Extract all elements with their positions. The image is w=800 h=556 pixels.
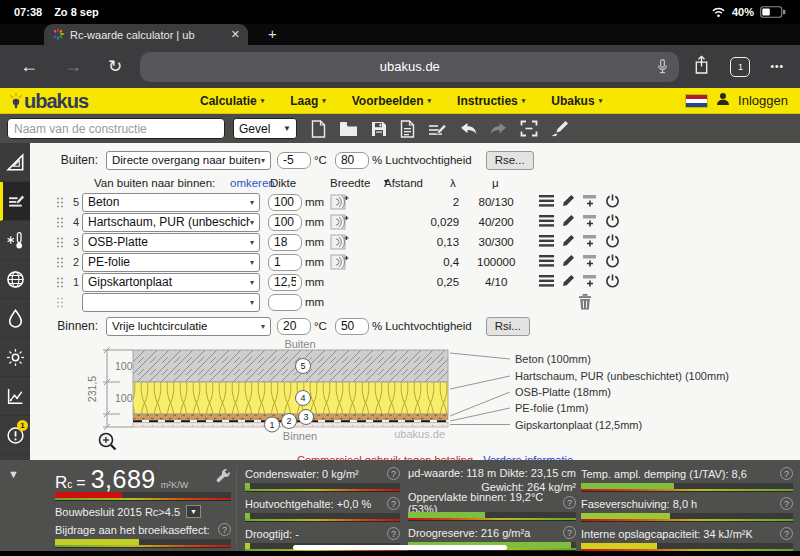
sidebar-item-geometry[interactable] — [0, 143, 30, 182]
drag-handle-icon[interactable] — [56, 196, 66, 209]
thickness-input-empty[interactable] — [268, 294, 302, 311]
browser-tab[interactable]: Rc-waarde calculator | ub ✕ — [44, 24, 248, 45]
sidebar-item-chart[interactable] — [0, 377, 30, 416]
add-layer-icon[interactable] — [582, 193, 598, 211]
save-icon[interactable] — [371, 121, 387, 137]
add-layer-icon[interactable] — [582, 253, 598, 271]
new-tab-icon[interactable]: + — [268, 25, 277, 42]
menu-laag[interactable]: Laag▾ — [290, 94, 326, 108]
layer-menu-icon[interactable] — [539, 275, 555, 290]
outside-humidity-input[interactable] — [335, 152, 369, 169]
new-document-icon[interactable] — [310, 120, 326, 138]
texture-pattern-icon[interactable] — [330, 194, 349, 210]
layer-menu-icon[interactable] — [539, 215, 555, 230]
tab-close-icon[interactable]: ✕ — [231, 28, 240, 41]
fullscreen-icon[interactable] — [520, 120, 538, 137]
layer-menu-icon[interactable] — [539, 255, 555, 270]
drag-handle-icon[interactable] — [56, 216, 66, 229]
thickness-input[interactable] — [268, 274, 302, 291]
share-icon[interactable] — [693, 55, 710, 79]
menu-ubakus[interactable]: Ubakus▾ — [551, 94, 602, 108]
drag-handle-icon[interactable] — [56, 276, 66, 289]
sidebar-item-climate[interactable] — [0, 260, 30, 299]
material-select[interactable]: Beton▾ — [82, 193, 260, 212]
help-icon[interactable]: ? — [563, 496, 576, 509]
edit-layer-icon[interactable] — [562, 254, 575, 270]
material-select-empty[interactable]: ▾ — [82, 293, 260, 312]
draw-brush-icon[interactable] — [551, 120, 569, 137]
thickness-input[interactable] — [268, 254, 302, 271]
zoom-in-icon[interactable] — [100, 434, 116, 450]
sidebar-item-moisture[interactable] — [0, 299, 30, 338]
edit-layer-icon[interactable] — [562, 234, 575, 250]
toggle-layer-icon[interactable] — [605, 273, 620, 291]
construction-name-input[interactable] — [7, 118, 225, 139]
toggle-layer-icon[interactable] — [605, 193, 620, 211]
help-icon[interactable]: ? — [780, 527, 793, 540]
outside-transition-select[interactable]: Directe overgang naar buitenlucht ▾ — [106, 151, 271, 170]
outside-temperature-input[interactable] — [277, 152, 311, 169]
rsi-button[interactable]: Rsi... — [486, 317, 530, 336]
home-indicator[interactable] — [293, 545, 507, 550]
menu-voorbeelden[interactable]: Voorbeelden▾ — [352, 94, 431, 108]
inside-humidity-input[interactable] — [335, 318, 369, 335]
pdf-export-icon[interactable] — [400, 120, 415, 138]
edit-layer-icon[interactable] — [562, 194, 575, 210]
layer-menu-icon[interactable] — [539, 195, 555, 210]
login-link[interactable]: Inloggen — [738, 93, 788, 108]
toggle-layer-icon[interactable] — [605, 253, 620, 271]
texture-pattern-icon[interactable] — [330, 234, 349, 250]
drag-handle-icon[interactable] — [56, 296, 66, 309]
help-icon[interactable]: ? — [387, 527, 400, 540]
collapse-panel-icon[interactable]: ▼ — [8, 468, 19, 480]
reverse-link[interactable]: omkeren — [230, 177, 275, 189]
help-icon[interactable]: ? — [387, 497, 400, 510]
help-icon[interactable]: ? — [218, 523, 231, 536]
texture-pattern-icon[interactable] — [330, 214, 349, 230]
drag-handle-icon[interactable] — [56, 256, 66, 269]
material-select[interactable]: Hartschaum, PUR (unbeschichtet)▾ — [82, 213, 260, 232]
menu-instructies[interactable]: Instructies▾ — [457, 94, 525, 108]
undo-icon[interactable] — [460, 121, 477, 136]
thickness-input[interactable] — [268, 194, 302, 211]
forward-icon[interactable]: → — [64, 56, 82, 77]
help-icon[interactable]: ? — [387, 467, 400, 480]
reload-icon[interactable]: ↻ — [108, 56, 122, 77]
texture-pattern-icon[interactable] — [330, 254, 349, 270]
inside-circulation-select[interactable]: Vrije luchtcirculatie ▾ — [106, 317, 271, 336]
sidebar-item-warnings[interactable]: 1 — [0, 416, 30, 455]
drag-handle-icon[interactable] — [56, 236, 66, 249]
sidebar-item-temperature[interactable] — [0, 221, 30, 260]
open-folder-icon[interactable] — [339, 121, 358, 137]
bouwbesluit-select-icon[interactable]: ▼ — [186, 505, 201, 518]
help-icon[interactable]: ? — [780, 467, 793, 480]
thickness-input[interactable] — [268, 214, 302, 231]
add-layer-icon[interactable] — [582, 233, 598, 251]
rse-button[interactable]: Rse... — [486, 151, 534, 170]
help-icon[interactable]: ? — [780, 497, 793, 510]
address-bar[interactable]: ubakus.de — [140, 52, 679, 82]
inside-temperature-input[interactable] — [277, 318, 311, 335]
help-icon[interactable]: ? — [563, 526, 576, 539]
construction-type-select[interactable]: Gevel ▼ — [233, 118, 297, 139]
sidebar-item-layers[interactable] — [0, 182, 30, 221]
layer-menu-icon[interactable] — [539, 235, 555, 250]
redo-icon[interactable] — [490, 121, 507, 136]
add-layer-icon[interactable] — [582, 213, 598, 231]
toggle-layer-icon[interactable] — [605, 213, 620, 231]
layer-beton[interactable] — [133, 350, 448, 382]
layer-pur[interactable] — [133, 382, 448, 414]
sidebar-item-sun[interactable] — [0, 338, 30, 377]
back-icon[interactable]: ← — [20, 56, 38, 77]
wrench-icon[interactable] — [216, 469, 231, 488]
material-select[interactable]: Gipskartonplaat▾ — [82, 273, 260, 292]
ubakus-logo[interactable]: ubakus — [8, 91, 158, 111]
edit-layer-icon[interactable] — [562, 274, 575, 290]
material-select[interactable]: PE-folie▾ — [82, 253, 260, 272]
edit-layers-icon[interactable] — [428, 121, 447, 137]
mic-icon[interactable] — [656, 58, 669, 78]
more-icon[interactable]: ••• — [770, 61, 784, 72]
toggle-layer-icon[interactable] — [605, 233, 620, 251]
netherlands-flag-icon[interactable] — [685, 94, 708, 108]
menu-calculatie[interactable]: Calculatie▾ — [200, 94, 264, 108]
